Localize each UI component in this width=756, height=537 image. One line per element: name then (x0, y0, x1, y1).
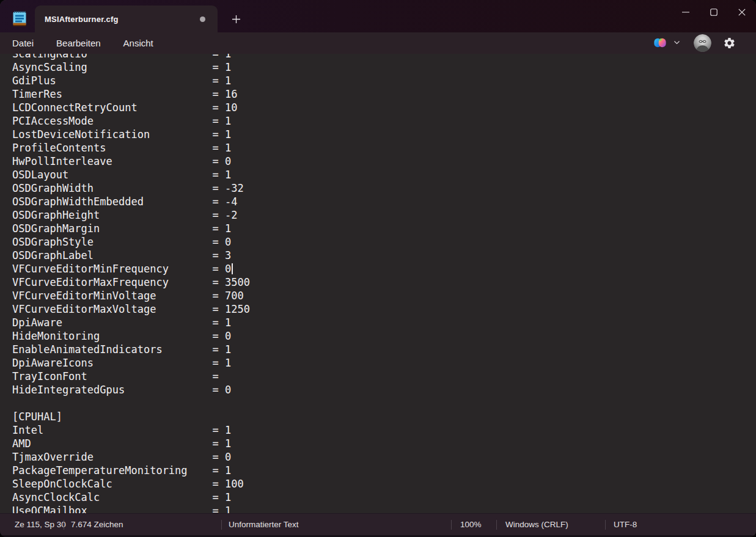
status-segment: 100% (460, 514, 482, 535)
unsaved-indicator-icon (200, 16, 205, 22)
menubar-right (646, 32, 756, 54)
config-line: UseOCMailbox = 1 (12, 504, 756, 513)
maximize-button[interactable] (700, 0, 728, 24)
status-divider (221, 520, 222, 530)
config-line: OSDLayout = 1 (12, 168, 756, 181)
config-line: AsyncClockCalc = 1 (12, 491, 756, 504)
config-line: TrayIconFont = (12, 370, 756, 383)
config-line: AMD = 1 (12, 437, 756, 450)
close-icon (738, 9, 746, 16)
config-line: OSDGraphMargin = 1 (12, 222, 756, 235)
section-header-line: [CPUHAL] (12, 410, 756, 423)
notepad-window: MSIAfterburner.cfg (0, 0, 756, 537)
config-line: PackageTemperatureMonitoring = 1 (12, 464, 756, 477)
config-line: OSDGraphStyle = 0 (12, 235, 756, 249)
tab-title: MSIAfterburner.cfg (45, 15, 119, 24)
status-divider (605, 520, 606, 530)
config-line: HideMonitoring = 0 (12, 329, 756, 343)
config-line: TimerRes = 16 (12, 87, 756, 101)
config-line: EnableAnimatedIndicators = 1 (12, 343, 756, 356)
maximize-icon (710, 9, 717, 16)
notepad-icon (12, 10, 27, 27)
menu-item-datei[interactable]: Datei (5, 35, 41, 51)
config-line: DpiAware = 1 (12, 316, 756, 329)
minimize-icon (682, 9, 689, 16)
config-line: SleepOnClockCalc = 100 (12, 477, 756, 491)
close-button[interactable] (728, 0, 756, 24)
config-line: OSDGraphLabel = 3 (12, 249, 756, 262)
config-line: AsyncScaling = 1 (12, 60, 756, 74)
status-segment: Unformatierter Text (229, 514, 299, 535)
config-line: HwPollInterleave = 0 (12, 155, 756, 168)
config-line: Intel = 1 (12, 423, 756, 437)
titlebar: MSIAfterburner.cfg (0, 0, 756, 32)
config-line: PCIAccessMode = 1 (12, 114, 756, 128)
plus-icon (232, 15, 241, 24)
text-caret (232, 263, 233, 274)
config-line: DpiAwareIcons = 1 (12, 356, 756, 370)
status-divider (64, 520, 64, 530)
statusbar: Ze 115, Sp 307.674 ZeichenUnformatierter… (0, 513, 756, 535)
blank-line (12, 396, 756, 410)
tab-msiafterburner-cfg[interactable]: MSIAfterburner.cfg (35, 5, 218, 32)
config-line: OSDGraphWidthEmbedded = -4 (12, 195, 756, 208)
editor-content: ScalingRatio = 1AsyncScaling = 1GdiPlus … (12, 54, 756, 513)
config-line: TjmaxOverride = 0 (12, 450, 756, 464)
status-segment: UTF-8 (614, 514, 637, 535)
status-divider (451, 520, 452, 530)
status-divider (496, 520, 497, 530)
config-line: OSDGraphHeight = -2 (12, 208, 756, 222)
config-line: LostDeviceNotification = 1 (12, 128, 756, 141)
config-line: VFCurveEditorMinFrequency = 0 (12, 262, 756, 276)
new-tab-button[interactable] (227, 10, 244, 27)
chevron-down-icon[interactable] (673, 39, 680, 46)
config-line: HideIntegratedGpus = 0 (12, 383, 756, 396)
config-line: ProfileContents = 1 (12, 141, 756, 155)
config-line: ScalingRatio = 1 (12, 54, 756, 60)
config-line: LCDConnectRetryCount = 10 (12, 101, 756, 114)
status-segment: Ze 115, Sp 30 (15, 514, 66, 535)
config-line: VFCurveEditorMaxFrequency = 3500 (12, 276, 756, 289)
menu-item-ansicht[interactable]: Ansicht (116, 35, 161, 51)
status-segment: Windows (CRLF) (505, 514, 568, 535)
menu-item-bearbeiten[interactable]: Bearbeiten (49, 35, 108, 51)
minimize-button[interactable] (672, 0, 700, 24)
copilot-icon[interactable] (653, 36, 667, 49)
config-line: VFCurveEditorMinVoltage = 700 (12, 289, 756, 302)
menubar: DateiBearbeitenAnsicht (0, 32, 756, 54)
status-segment: 7.674 Zeichen (71, 514, 123, 535)
menubar-items: DateiBearbeitenAnsicht (5, 35, 161, 51)
window-controls (672, 0, 756, 24)
settings-gear-icon[interactable] (723, 37, 736, 49)
config-line: OSDGraphWidth = -32 (12, 181, 756, 195)
config-line: VFCurveEditorMaxVoltage = 1250 (12, 302, 756, 316)
text-editor[interactable]: ScalingRatio = 1AsyncScaling = 1GdiPlus … (0, 54, 756, 513)
avatar-image (694, 34, 711, 52)
config-line: GdiPlus = 1 (12, 74, 756, 87)
user-avatar[interactable] (694, 34, 711, 52)
